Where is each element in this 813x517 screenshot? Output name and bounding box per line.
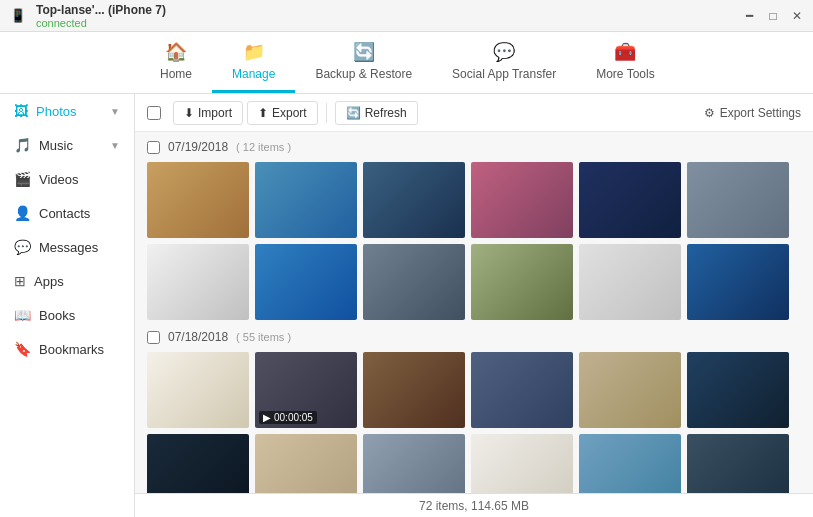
date-group-1: 07/19/2018 ( 12 items ) — [147, 140, 801, 320]
photo-thumb[interactable] — [579, 352, 681, 428]
books-icon: 📖 — [14, 307, 31, 323]
refresh-button[interactable]: 🔄 Refresh — [335, 101, 418, 125]
home-icon: 🏠 — [165, 41, 187, 63]
device-info: Top-lanse'... (iPhone 7) connected — [36, 3, 166, 29]
photo-thumb[interactable] — [255, 434, 357, 493]
group1-checkbox[interactable] — [147, 141, 160, 154]
photo-thumb[interactable] — [363, 434, 465, 493]
minimize-button[interactable]: ━ — [741, 8, 757, 24]
sidebar-label-apps: Apps — [34, 274, 64, 289]
nav-bar: 🏠 Home 📁 Manage 🔄 Backup & Restore 💬 Soc… — [0, 32, 813, 94]
photo-thumb[interactable] — [579, 434, 681, 493]
photo-row-2-1: ▶ 00:00:05 — [147, 352, 801, 428]
sidebar-item-contacts[interactable]: 👤 Contacts — [0, 196, 134, 230]
photo-row-2-2 — [147, 434, 801, 493]
nav-item-backup[interactable]: 🔄 Backup & Restore — [295, 32, 432, 93]
photo-thumb[interactable] — [579, 162, 681, 238]
sidebar-label-music: Music — [39, 138, 73, 153]
sidebar-label-contacts: Contacts — [39, 206, 90, 221]
music-arrow-icon: ▼ — [110, 140, 120, 151]
maximize-button[interactable]: □ — [765, 8, 781, 24]
photo-thumb[interactable] — [363, 352, 465, 428]
photo-thumb[interactable] — [471, 352, 573, 428]
photo-thumb[interactable] — [471, 162, 573, 238]
sidebar-label-videos: Videos — [39, 172, 79, 187]
date-label-1: 07/19/2018 — [168, 140, 228, 154]
select-all-checkbox[interactable] — [147, 106, 161, 120]
photo-thumb[interactable] — [255, 244, 357, 320]
date-header-1: 07/19/2018 ( 12 items ) — [147, 140, 801, 154]
photo-thumb[interactable] — [147, 352, 249, 428]
nav-item-tools[interactable]: 🧰 More Tools — [576, 32, 674, 93]
refresh-label: Refresh — [365, 106, 407, 120]
photos-arrow-icon: ▼ — [110, 106, 120, 117]
photo-thumb[interactable] — [471, 244, 573, 320]
content-area: ⬇ Import ⬆ Export 🔄 Refresh ⚙ Export Set… — [135, 94, 813, 517]
apps-icon: ⊞ — [14, 273, 26, 289]
refresh-icon: 🔄 — [346, 106, 361, 120]
sidebar-label-photos: Photos — [36, 104, 76, 119]
status-text: 72 items, 114.65 MB — [419, 499, 529, 513]
export-settings-label: Export Settings — [720, 106, 801, 120]
device-icon: 📱 — [8, 6, 28, 26]
photo-row-1-2 — [147, 244, 801, 320]
photo-thumb[interactable] — [687, 244, 789, 320]
photo-thumb[interactable] — [147, 434, 249, 493]
sidebar-item-books[interactable]: 📖 Books — [0, 298, 134, 332]
nav-label-tools: More Tools — [596, 67, 654, 81]
export-label: Export — [272, 106, 307, 120]
import-icon: ⬇ — [184, 106, 194, 120]
export-settings-button[interactable]: ⚙ Export Settings — [704, 106, 801, 120]
sidebar-label-messages: Messages — [39, 240, 98, 255]
photo-thumb[interactable] — [363, 244, 465, 320]
social-icon: 💬 — [493, 41, 515, 63]
sidebar-item-photos[interactable]: 🖼 Photos ▼ — [0, 94, 134, 128]
sidebar-item-videos[interactable]: 🎬 Videos — [0, 162, 134, 196]
bookmarks-icon: 🔖 — [14, 341, 31, 357]
status-bar: 72 items, 114.65 MB — [135, 493, 813, 517]
sidebar-label-books: Books — [39, 308, 75, 323]
photo-row-1-1 — [147, 162, 801, 238]
photo-thumb[interactable] — [687, 162, 789, 238]
date-count-1: ( 12 items ) — [236, 141, 291, 153]
title-bar-controls: ━ □ ✕ — [741, 8, 805, 24]
date-count-2: ( 55 items ) — [236, 331, 291, 343]
export-icon: ⬆ — [258, 106, 268, 120]
photo-thumb[interactable] — [147, 162, 249, 238]
sidebar-item-music[interactable]: 🎵 Music ▼ — [0, 128, 134, 162]
title-bar-left: 📱 Top-lanse'... (iPhone 7) connected — [8, 3, 166, 29]
photo-thumb[interactable]: ▶ 00:00:05 — [255, 352, 357, 428]
sidebar-item-apps[interactable]: ⊞ Apps — [0, 264, 134, 298]
video-duration: 00:00:05 — [274, 412, 313, 423]
date-header-2: 07/18/2018 ( 55 items ) — [147, 330, 801, 344]
sidebar-item-bookmarks[interactable]: 🔖 Bookmarks — [0, 332, 134, 366]
videos-icon: 🎬 — [14, 171, 31, 187]
sidebar-label-bookmarks: Bookmarks — [39, 342, 104, 357]
photo-thumb[interactable] — [579, 244, 681, 320]
music-icon: 🎵 — [14, 137, 31, 153]
nav-item-home[interactable]: 🏠 Home — [140, 32, 212, 93]
video-overlay: ▶ 00:00:05 — [259, 411, 317, 424]
device-name: Top-lanse'... (iPhone 7) — [36, 3, 166, 17]
date-label-2: 07/18/2018 — [168, 330, 228, 344]
contacts-icon: 👤 — [14, 205, 31, 221]
photo-thumb[interactable] — [471, 434, 573, 493]
photos-icon: 🖼 — [14, 103, 28, 119]
photo-thumb[interactable] — [687, 434, 789, 493]
photo-thumb[interactable] — [147, 244, 249, 320]
export-button[interactable]: ⬆ Export — [247, 101, 318, 125]
photo-thumb[interactable] — [363, 162, 465, 238]
photo-thumb[interactable] — [687, 352, 789, 428]
sidebar-item-messages[interactable]: 💬 Messages — [0, 230, 134, 264]
title-bar: 📱 Top-lanse'... (iPhone 7) connected ━ □… — [0, 0, 813, 32]
nav-label-social: Social App Transfer — [452, 67, 556, 81]
close-button[interactable]: ✕ — [789, 8, 805, 24]
photo-grid: 07/19/2018 ( 12 items ) — [135, 132, 813, 493]
photo-thumb[interactable] — [255, 162, 357, 238]
sidebar: 🖼 Photos ▼ 🎵 Music ▼ 🎬 Videos 👤 Contacts… — [0, 94, 135, 517]
nav-item-social[interactable]: 💬 Social App Transfer — [432, 32, 576, 93]
import-button[interactable]: ⬇ Import — [173, 101, 243, 125]
nav-item-manage[interactable]: 📁 Manage — [212, 32, 295, 93]
video-play-icon: ▶ — [263, 412, 271, 423]
group2-checkbox[interactable] — [147, 331, 160, 344]
